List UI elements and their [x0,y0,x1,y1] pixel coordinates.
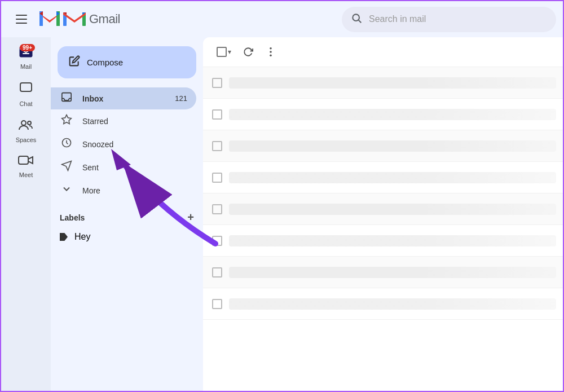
svg-point-20 [270,51,272,53]
email-checkbox[interactable] [212,204,222,214]
search-icon [351,12,362,27]
nav-item-mail-label: Mail [20,63,32,70]
nav-more[interactable]: More [51,179,196,202]
inbox-count: 121 [175,94,187,103]
search-placeholder: Search in mail [369,14,426,24]
email-content [229,235,556,246]
label-dot-hey [60,233,68,241]
email-row[interactable] [203,288,564,320]
compose-icon [69,55,80,69]
search-bar[interactable]: Search in mail [342,7,556,32]
email-content [229,298,556,310]
more-options-button[interactable] [261,42,281,62]
nav-inbox[interactable]: Inbox 121 [51,87,196,109]
more-chevron-icon [60,183,73,197]
compose-label: Compose [87,58,123,67]
email-row[interactable] [203,193,564,225]
svg-rect-10 [23,53,29,54]
email-checkbox[interactable] [212,299,222,309]
snoozed-label: Snoozed [82,140,187,149]
email-content [229,109,556,120]
nav-list: Inbox 121 Starred [51,87,203,202]
nav-rail: 99+ Mail Chat [1,37,51,392]
email-row[interactable] [203,67,564,99]
svg-rect-11 [20,83,32,91]
nav-item-spaces[interactable]: Spaces [6,114,46,148]
gmail-text: Gmail [89,12,120,27]
gmail-m-colors [63,10,86,28]
svg-marker-18 [62,161,72,171]
inbox-label: Inbox [82,94,166,103]
header: Gmail Search in mail [1,1,564,37]
email-list [203,67,564,392]
nav-item-chat-label: Chat [19,100,32,107]
email-checkbox[interactable] [212,109,222,120]
email-row[interactable] [203,225,564,257]
main-body: 99+ Mail Chat [1,37,564,392]
svg-point-19 [270,47,272,50]
labels-header: Labels + [60,211,194,224]
nav-sent[interactable]: Sent [51,156,196,179]
email-row[interactable] [203,130,564,162]
email-row[interactable] [203,257,564,288]
email-checkbox[interactable] [212,141,222,151]
email-checkbox[interactable] [212,267,222,278]
more-options-icon [270,47,272,57]
svg-point-7 [352,14,359,21]
label-hey-text: Hey [74,232,90,242]
meet-icon [18,155,34,169]
refresh-icon [243,47,253,57]
snoozed-icon [60,137,73,151]
labels-title: Labels [60,213,85,222]
mail-badge: 99+ [20,44,35,51]
select-chevron-icon: ▾ [228,48,231,56]
nav-item-meet-label: Meet [19,171,33,178]
labels-section: Labels + Hey [51,202,203,250]
select-all-button[interactable]: ▾ [212,42,236,61]
starred-label: Starred [82,117,187,126]
toolbar: ▾ [203,37,564,67]
star-icon [60,114,73,128]
email-checkbox[interactable] [212,78,222,88]
mail-icon: 99+ [19,46,33,61]
email-content [229,140,556,152]
more-label: More [82,186,187,195]
sidebar: Compose Inbox 121 [51,37,203,392]
nav-item-meet[interactable]: Meet [6,150,46,183]
labels-add-button[interactable]: + [187,211,194,224]
email-content [229,172,556,183]
nav-item-chat[interactable]: Chat [6,77,46,112]
email-row[interactable] [203,162,564,193]
gmail-logo-svg [63,10,86,28]
chat-icon [19,81,33,98]
nav-snoozed[interactable]: Snoozed [51,133,196,156]
email-content [229,77,556,89]
nav-item-spaces-label: Spaces [16,136,37,143]
content-area: ▾ [203,37,564,392]
gmail-logo: Gmail [39,10,120,28]
svg-rect-14 [19,156,28,164]
select-all-checkbox [217,47,227,57]
menu-button[interactable] [10,8,33,30]
email-content [229,267,556,278]
compose-button[interactable]: Compose [58,46,196,78]
inbox-icon [60,92,73,105]
svg-point-12 [21,121,26,125]
sent-icon [60,160,73,174]
nav-starred[interactable]: Starred [51,109,196,133]
svg-point-13 [28,121,31,125]
nav-item-mail[interactable]: 99+ Mail [6,42,46,74]
email-checkbox[interactable] [212,236,222,246]
svg-marker-16 [62,115,72,124]
email-content [229,204,556,215]
spaces-icon [18,118,34,134]
svg-line-8 [359,20,362,23]
email-checkbox[interactable] [212,173,222,183]
gmail-m-icon [39,11,60,27]
refresh-button[interactable] [238,42,258,62]
label-item-hey[interactable]: Hey [60,228,194,245]
sent-label: Sent [82,163,187,172]
email-row[interactable] [203,99,564,130]
svg-point-21 [270,55,272,57]
